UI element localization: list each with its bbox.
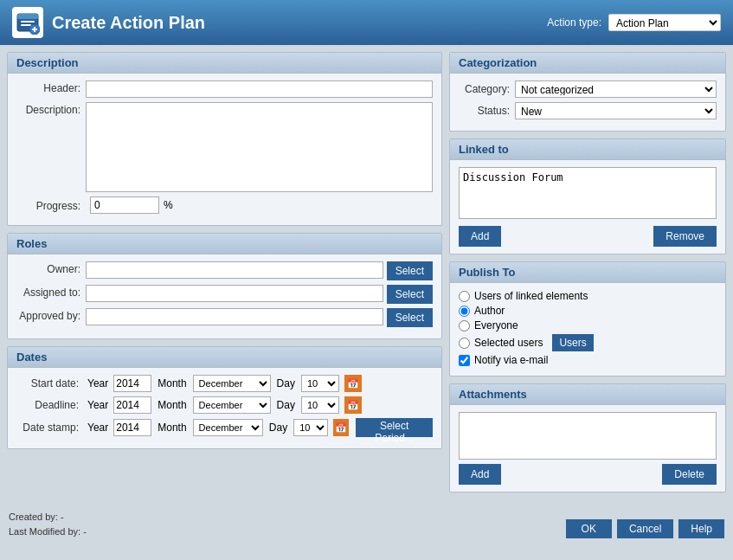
start-month-label: Month [158, 377, 186, 389]
notify-checkbox[interactable] [459, 355, 470, 366]
action-type-select[interactable]: Action Plan Task Milestone [608, 14, 721, 31]
category-label: Category: [459, 83, 515, 95]
description-panel-title: Description [8, 53, 441, 74]
attachments-panel: Attachments Add Delete [449, 383, 726, 492]
linked-to-panel-body: Discussion Forum Add Remove [450, 160, 725, 254]
datestamp-year-input[interactable] [113, 419, 151, 436]
assigned-input[interactable] [86, 285, 383, 302]
approved-input[interactable] [86, 308, 383, 325]
notify-row: Notify via e-mail [459, 354, 717, 366]
linked-to-add-button[interactable]: Add [459, 226, 501, 247]
publish-option3-label: Everyone [474, 319, 518, 331]
header-row: Header: [16, 80, 433, 98]
header-right: Action type: Action Plan Task Milestone [547, 14, 721, 31]
linked-to-textarea[interactable]: Discussion Forum [459, 167, 717, 219]
publish-to-panel-body: Users of linked elements Author Everyone… [450, 283, 725, 376]
deadline-month-select[interactable]: JanuaryFebruaryMarchAprilMayJuneJulyAugu… [193, 396, 271, 414]
owner-row: Owner: Select [16, 261, 433, 280]
help-button[interactable]: Help [678, 519, 724, 538]
header-left: Create Action Plan [12, 7, 205, 38]
categorization-panel: Categorization Category: Not categorized… [449, 52, 726, 132]
created-by-row: Created by: - [9, 510, 87, 525]
publish-option2-radio[interactable] [459, 306, 470, 317]
datestamp-day-select[interactable]: 1234567891011121314151617181920212223242… [293, 419, 328, 436]
approved-select-button[interactable]: Select [387, 308, 433, 327]
publish-option4-radio[interactable] [459, 338, 470, 349]
dates-panel-body: Start date: Year Month JanuaryFebruaryMa… [8, 368, 441, 448]
linked-to-remove-button[interactable]: Remove [653, 226, 717, 247]
approved-label: Approved by: [16, 308, 86, 322]
dates-panel: Dates Start date: Year Month JanuaryFebr… [7, 346, 442, 449]
footer-buttons: OK Cancel Help [566, 519, 724, 538]
owner-label: Owner: [16, 261, 86, 275]
publish-option4-label: Selected users [474, 337, 543, 349]
category-select[interactable]: Not categorized Category 1 Category 2 [515, 80, 717, 98]
last-modified-row: Last Modified by: - [9, 525, 87, 539]
start-year-input[interactable] [113, 375, 151, 392]
deadline-year-input[interactable] [113, 396, 151, 414]
publish-option1-label: Users of linked elements [474, 290, 588, 302]
main-content: Description Header: Description: Progres… [0, 45, 733, 506]
svg-rect-1 [17, 14, 38, 19]
publish-to-panel: Publish To Users of linked elements Auth… [449, 261, 726, 377]
datestamp-label: Date stamp: [16, 422, 84, 434]
start-month-select[interactable]: JanuaryFebruaryMarchAprilMayJuneJulyAugu… [193, 375, 271, 392]
left-column: Description Header: Description: Progres… [7, 52, 442, 499]
owner-select-button[interactable]: Select [387, 261, 433, 280]
status-select[interactable]: New In Progress Completed Cancelled [515, 102, 717, 119]
assigned-label: Assigned to: [16, 285, 86, 299]
start-year-label: Year [87, 377, 108, 389]
page-title: Create Action Plan [52, 13, 205, 33]
assigned-select-button[interactable]: Select [387, 285, 433, 304]
publish-option1-radio[interactable] [459, 291, 470, 302]
users-button[interactable]: Users [552, 334, 593, 351]
datestamp-day-label: Day [269, 422, 287, 434]
notify-label: Notify via e-mail [474, 354, 548, 366]
start-date-calendar-icon[interactable]: 📅 [344, 375, 362, 392]
deadline-label: Deadline: [16, 399, 84, 411]
categorization-panel-title: Categorization [450, 53, 725, 74]
datestamp-month-select[interactable]: JanuaryFebruaryMarchAprilMayJuneJulyAugu… [193, 419, 263, 436]
linked-to-panel: Linked to Discussion Forum Add Remove [449, 138, 726, 254]
cancel-button[interactable]: Cancel [617, 519, 673, 538]
publish-option3-row: Everyone [459, 319, 717, 331]
page-header: Create Action Plan Action type: Action P… [0, 0, 733, 45]
select-period-button[interactable]: Select Period... [356, 418, 433, 437]
progress-input[interactable] [90, 196, 159, 214]
start-date-label: Start date: [16, 377, 84, 389]
deadline-day-label: Day [277, 399, 295, 411]
attachments-delete-button[interactable]: Delete [662, 464, 717, 485]
publish-option1-row: Users of linked elements [459, 290, 717, 302]
deadline-day-select[interactable]: 1234567891011121314151617181920212223242… [301, 396, 339, 414]
deadline-calendar-icon[interactable]: 📅 [344, 396, 362, 414]
publish-option4-row: Selected users Users [459, 334, 717, 351]
attachments-add-button[interactable]: Add [459, 464, 501, 485]
category-row: Category: Not categorized Category 1 Cat… [459, 80, 717, 98]
approved-row: Approved by: Select [16, 308, 433, 327]
publish-option2-label: Author [474, 305, 505, 317]
start-date-row: Start date: Year Month JanuaryFebruaryMa… [16, 375, 433, 392]
datestamp-row: Date stamp: Year Month JanuaryFebruaryMa… [16, 418, 433, 437]
ok-button[interactable]: OK [566, 519, 612, 538]
deadline-year-label: Year [87, 399, 108, 411]
publish-option3-radio[interactable] [459, 320, 470, 331]
description-panel-body: Header: Description: Progress: % [8, 74, 441, 225]
page-footer: Created by: - Last Modified by: - OK Can… [0, 506, 733, 545]
header-input[interactable] [86, 80, 433, 98]
datestamp-calendar-icon[interactable]: 📅 [333, 419, 349, 436]
assigned-row: Assigned to: Select [16, 285, 433, 304]
start-day-select[interactable]: 1234567891011121314151617181920212223242… [301, 375, 339, 392]
deadline-row: Deadline: Year Month JanuaryFebruaryMarc… [16, 396, 433, 414]
description-textarea[interactable] [86, 102, 433, 192]
attachments-panel-body: Add Delete [450, 405, 725, 492]
datestamp-month-label: Month [158, 422, 186, 434]
status-row: Status: New In Progress Completed Cancel… [459, 102, 717, 119]
right-column: Categorization Category: Not categorized… [449, 52, 726, 499]
publish-to-panel-title: Publish To [450, 262, 725, 283]
description-panel: Description Header: Description: Progres… [7, 52, 442, 226]
description-row: Description: [16, 102, 433, 192]
owner-input[interactable] [86, 261, 383, 279]
roles-panel-title: Roles [8, 234, 441, 254]
created-by-value: - [61, 512, 64, 522]
attachments-panel-title: Attachments [450, 384, 725, 405]
